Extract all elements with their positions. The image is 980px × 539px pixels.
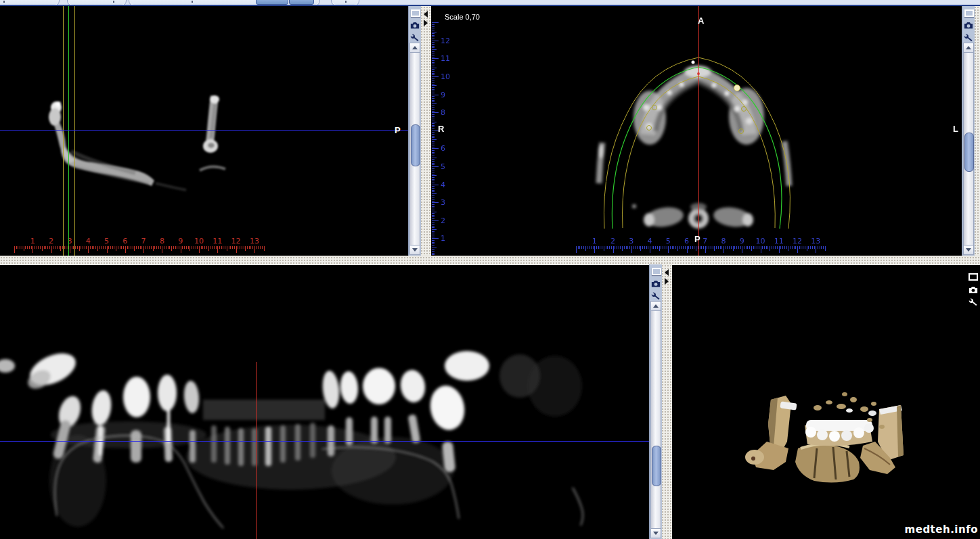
jaw-3d-render	[672, 264, 980, 539]
panoramic-scrollbar[interactable]	[650, 301, 661, 538]
toolbar	[0, 0, 980, 6]
toolbar-group-1	[0, 0, 60, 6]
toolbar-text-fragment	[3, 1, 5, 3]
maximize-icon[interactable]	[964, 9, 974, 17]
watermark: medteh.info	[905, 523, 978, 536]
wrench-icon[interactable]	[968, 298, 978, 306]
right-edge-splitter[interactable]	[974, 6, 980, 256]
collapse-left-icon[interactable]	[424, 11, 428, 18]
scroll-down-button[interactable]	[651, 528, 661, 538]
collapse-left-icon[interactable]	[665, 269, 669, 276]
axial-position-line[interactable]	[0, 441, 649, 442]
scrollbar-thumb[interactable]	[964, 133, 974, 172]
cross-section-view-panel[interactable]: 12345678910111213 P	[0, 6, 408, 256]
application-window: 12345678910111213 P	[0, 0, 980, 539]
maximize-icon[interactable]	[411, 9, 420, 17]
scroll-down-button[interactable]	[410, 245, 420, 254]
camera-icon[interactable]	[968, 285, 978, 294]
cross-section-ct-image	[0, 6, 408, 256]
scroll-down-button[interactable]	[964, 245, 973, 254]
wrench-icon[interactable]	[410, 33, 420, 42]
curve-bound-line-left[interactable]	[63, 6, 64, 256]
axial-position-line[interactable]	[0, 130, 408, 131]
scroll-up-button[interactable]	[410, 43, 420, 53]
anterior-label: A	[698, 16, 704, 26]
wrench-icon[interactable]	[964, 33, 973, 42]
toolbar-button-1[interactable]	[256, 0, 288, 5]
sagittal-position-line[interactable]	[698, 6, 699, 256]
axial-scrollbar[interactable]	[963, 43, 974, 255]
curve-position-line[interactable]	[68, 6, 69, 256]
vertical-splitter-top[interactable]	[420, 6, 431, 256]
posterior-label: P	[395, 125, 401, 135]
maximize-icon[interactable]	[968, 273, 978, 281]
axial-panel-controls	[962, 6, 975, 256]
posterior-label: P	[694, 234, 700, 244]
panoramic-view-panel[interactable]	[0, 264, 649, 539]
scrollbar-thumb[interactable]	[652, 446, 661, 486]
panoramic-panel-controls	[649, 264, 662, 539]
toolbar-text-fragment	[345, 1, 347, 3]
axial-ct-image	[431, 6, 962, 256]
panoramic-ct-image	[0, 264, 649, 539]
camera-icon[interactable]	[964, 21, 973, 30]
camera-icon[interactable]	[410, 21, 420, 30]
scroll-up-button[interactable]	[964, 43, 973, 53]
scale-label: Scale 0,70	[445, 13, 480, 21]
maximize-icon[interactable]	[652, 268, 661, 275]
cross-section-scrollbar[interactable]	[409, 43, 420, 255]
camera-icon[interactable]	[651, 279, 661, 288]
cross-section-panel-controls	[408, 6, 421, 256]
horizontal-splitter[interactable]	[0, 256, 980, 265]
toolbar-group-2	[67, 0, 127, 6]
cross-section-position-line[interactable]	[256, 362, 257, 539]
right-label: R	[438, 124, 444, 134]
curve-bound-line-right[interactable]	[74, 6, 75, 256]
scroll-up-button[interactable]	[651, 302, 661, 311]
toolbar-button-2[interactable]	[289, 0, 314, 5]
vertical-splitter-bottom[interactable]	[661, 264, 672, 539]
axial-view-panel[interactable]: 12345678910111213 12345689101112 Scale 0…	[431, 6, 962, 256]
left-label: L	[953, 124, 958, 134]
collapse-right-icon[interactable]	[665, 278, 669, 285]
collapse-right-icon[interactable]	[424, 20, 428, 26]
volume-3d-view-panel[interactable]: medteh.info	[672, 264, 980, 539]
wrench-icon[interactable]	[651, 291, 661, 300]
toolbar-text-fragment	[113, 1, 114, 3]
scrollbar-thumb[interactable]	[411, 124, 420, 166]
toolbar-text-fragment	[192, 1, 193, 3]
